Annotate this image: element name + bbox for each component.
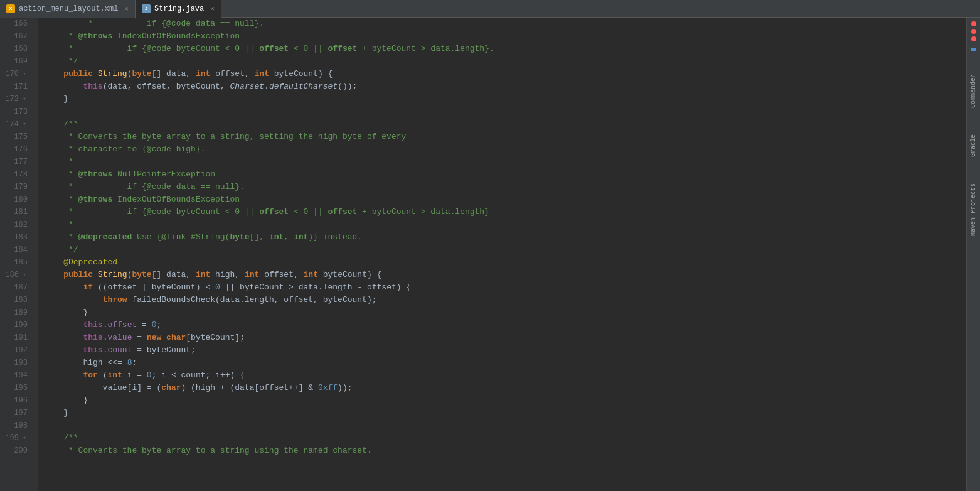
- code-line-168: * if {@code byteCount < 0 || offset < 0 …: [44, 43, 966, 55]
- code-line-176: * character to {@code high}.: [44, 143, 966, 156]
- gutter-191: 191: [0, 332, 33, 344]
- gutter-176: 176: [0, 143, 33, 156]
- code-line-187: if ((offset | byteCount) < 0 || byteCoun…: [44, 281, 966, 294]
- tab-xml-label: action_menu_layout.xml: [19, 4, 118, 13]
- gradle-label[interactable]: Gradle: [969, 131, 978, 161]
- code-line-178: * @throws NullPointerException: [44, 168, 966, 181]
- code-line-173: [44, 105, 966, 118]
- code-line-167: * @throws IndexOutOfBoundsException: [44, 30, 966, 43]
- gutter-184: 184: [0, 244, 33, 256]
- code-line-180: * @throws IndexOutOfBoundsException: [44, 193, 966, 206]
- gutter-182: 182: [0, 219, 33, 231]
- gutter-168: 168: [0, 43, 33, 55]
- code-line-172: }: [44, 93, 966, 105]
- commander-label[interactable]: Commander: [969, 70, 978, 112]
- xml-icon: X: [6, 4, 15, 13]
- code-line-170: public String(byte[] data, int offset, i…: [44, 68, 966, 80]
- tab-java-label: String.java: [154, 4, 204, 13]
- code-line-191: this.value = new char[byteCount];: [44, 332, 966, 344]
- code-line-185: @Deprecated: [44, 256, 966, 269]
- scroll-indicator: [971, 48, 977, 51]
- gutter-186: 186▾: [0, 269, 33, 281]
- code-line-199: /**: [44, 432, 966, 445]
- code-line-182: *: [44, 219, 966, 231]
- fold-174[interactable]: ▾: [21, 121, 28, 127]
- fold-199[interactable]: ▾: [21, 435, 28, 441]
- gutter-167: 167: [0, 30, 33, 43]
- code-line-184: */: [44, 244, 966, 256]
- tab-bar: X action_menu_layout.xml ✕ J String.java…: [0, 0, 980, 18]
- gutter-200: 200: [0, 445, 33, 457]
- gutter-192: 192: [0, 344, 33, 357]
- code-line-169: */: [44, 55, 966, 68]
- code-line-171: this(data, offset, byteCount, Charset.de…: [44, 80, 966, 93]
- code-line-197: }: [44, 407, 966, 419]
- gutter-189: 189: [0, 306, 33, 319]
- error-dot-1: [971, 21, 976, 26]
- gutter-173: 173: [0, 105, 33, 118]
- code-line-174: /**: [44, 118, 966, 131]
- gutter-171: 171: [0, 80, 33, 93]
- java-icon: J: [142, 4, 151, 13]
- gutter-183: 183: [0, 231, 33, 244]
- gutter-197: 197: [0, 407, 33, 419]
- gutter-166: 166: [0, 18, 33, 30]
- gutter-193: 193: [0, 357, 33, 369]
- right-tool-panel: Commander Gradle Maven Projects: [966, 18, 980, 491]
- code-line-181: * if {@code byteCount < 0 || offset < 0 …: [44, 206, 966, 219]
- code-line-194: for (int i = 0; i < count; i++) {: [44, 369, 966, 382]
- maven-label[interactable]: Maven Projects: [969, 180, 978, 240]
- main-editor-area: X action_menu_layout.xml ✕ J String.java…: [0, 0, 980, 491]
- gutter-185: 185: [0, 256, 33, 269]
- code-line-188: throw failedBoundsCheck(data.length, off…: [44, 294, 966, 306]
- gutter-172: 172▾: [0, 93, 33, 105]
- gutter-195: 195: [0, 382, 33, 394]
- code-line-190: this.offset = 0;: [44, 319, 966, 332]
- gutter-177: 177: [0, 156, 33, 168]
- gutter-169: 169: [0, 55, 33, 68]
- gutter-199: 199▾: [0, 432, 33, 445]
- gutter-196: 196: [0, 394, 33, 407]
- scroll-pos: [971, 48, 976, 51]
- error-indicator-1: [970, 20, 977, 28]
- code-line-166: * if {@code data == null}.: [44, 18, 966, 30]
- gutter-194: 194: [0, 369, 33, 382]
- tab-java-close[interactable]: ✕: [210, 4, 215, 13]
- gutter-175: 175: [0, 131, 33, 143]
- fold-186[interactable]: ▾: [21, 272, 28, 278]
- code-line-192: this.count = byteCount;: [44, 344, 966, 357]
- code-line-198: [44, 419, 966, 432]
- tab-java[interactable]: J String.java ✕: [136, 0, 221, 18]
- tab-xml[interactable]: X action_menu_layout.xml ✕: [0, 0, 136, 18]
- gutter-180: 180: [0, 193, 33, 206]
- gutter-170: 170▾: [0, 68, 33, 80]
- code-line-196: }: [44, 394, 966, 407]
- gutter-190: 190: [0, 319, 33, 332]
- code-line-200: * Converts the byte array to a string us…: [44, 445, 966, 457]
- error-dot-3: [971, 36, 976, 41]
- error-dot-2: [971, 29, 976, 34]
- error-indicator-2: [970, 28, 977, 35]
- gutter-181: 181: [0, 206, 33, 219]
- gutter-187: 187: [0, 281, 33, 294]
- code-line-177: *: [44, 156, 966, 168]
- fold-172[interactable]: ▾: [21, 96, 28, 102]
- code-line-186: public String(byte[] data, int high, int…: [44, 269, 966, 281]
- code-line-193: high <<= 8;: [44, 357, 966, 369]
- editor-area: 166 167 168 169 170▾ 171 172▾ 173 174▾ 1…: [0, 18, 980, 491]
- code-line-183: * @deprecated Use {@link #String(byte[],…: [44, 231, 966, 244]
- code-line-175: * Converts the byte array to a string, s…: [44, 131, 966, 143]
- gutter-188: 188: [0, 294, 33, 306]
- gutter-179: 179: [0, 181, 33, 193]
- gutter-174: 174▾: [0, 118, 33, 131]
- line-number-gutter: 166 167 168 169 170▾ 171 172▾ 173 174▾ 1…: [0, 18, 38, 491]
- code-content[interactable]: * if {@code data == null}. * @throws Ind…: [38, 18, 966, 491]
- gutter-198: 198: [0, 419, 33, 432]
- fold-170[interactable]: ▾: [21, 71, 28, 77]
- gutter-178: 178: [0, 168, 33, 181]
- code-line-179: * if {@code data == null}.: [44, 181, 966, 193]
- error-indicator-3: [970, 35, 977, 43]
- code-line-195: value[i] = (char) (high + (data[offset++…: [44, 382, 966, 394]
- tab-xml-close[interactable]: ✕: [124, 4, 129, 13]
- code-line-189: }: [44, 306, 966, 319]
